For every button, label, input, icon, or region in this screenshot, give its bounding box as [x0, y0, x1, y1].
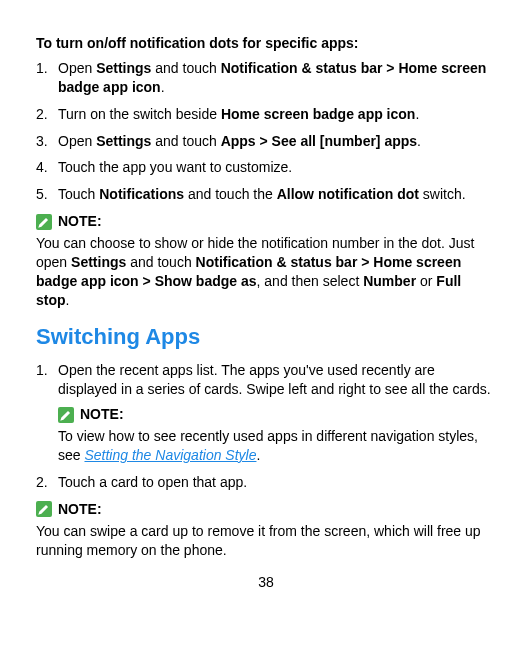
- text: and touch the: [184, 186, 277, 202]
- list-item: 3. Open Settings and touch Apps > See al…: [36, 132, 496, 151]
- text: and touch: [151, 60, 220, 76]
- list-number: 2.: [36, 105, 48, 124]
- list-item: 1. Open the recent apps list. The apps y…: [36, 361, 496, 464]
- text: .: [161, 79, 165, 95]
- list-number: 5.: [36, 185, 48, 204]
- list-item: 1. Open Settings and touch Notification …: [36, 59, 496, 97]
- pencil-icon: [58, 407, 74, 423]
- list-number: 1.: [36, 361, 48, 380]
- text: Touch the app you want to customize.: [58, 159, 292, 175]
- text: .: [417, 133, 421, 149]
- list-item: 2. Turn on the switch beside Home screen…: [36, 105, 496, 124]
- text: switch.: [419, 186, 466, 202]
- text: or: [416, 273, 436, 289]
- ordered-list-2: 1. Open the recent apps list. The apps y…: [36, 361, 496, 491]
- note-body: You can choose to show or hide the notif…: [36, 234, 496, 310]
- text-bold: Settings: [96, 60, 151, 76]
- pencil-icon: [36, 214, 52, 230]
- text-bold: Settings: [96, 133, 151, 149]
- page-number: 38: [36, 573, 496, 592]
- note-body: You can swipe a card up to remove it fro…: [36, 522, 496, 560]
- note-header: NOTE:: [58, 405, 496, 424]
- text-bold: Number: [363, 273, 416, 289]
- text: Open the recent apps list. The apps you'…: [58, 362, 491, 397]
- list-item: 5. Touch Notifications and touch the All…: [36, 185, 496, 204]
- list-item: 4. Touch the app you want to customize.: [36, 158, 496, 177]
- list-number: 4.: [36, 158, 48, 177]
- list-number: 2.: [36, 473, 48, 492]
- text-bold: Allow notification dot: [277, 186, 419, 202]
- text: .: [66, 292, 70, 308]
- text: .: [415, 106, 419, 122]
- text: Turn on the switch beside: [58, 106, 221, 122]
- note-label: NOTE:: [58, 500, 102, 519]
- text-bold: Home screen badge app icon: [221, 106, 416, 122]
- note-body: To view how to see recently used apps in…: [58, 427, 496, 465]
- text-bold: Notifications: [99, 186, 184, 202]
- text: Touch: [58, 186, 99, 202]
- section-heading: To turn on/off notification dots for spe…: [36, 34, 496, 53]
- note-label: NOTE:: [58, 212, 102, 231]
- note-label: NOTE:: [80, 405, 124, 424]
- text: Touch a card to open that app.: [58, 474, 247, 490]
- text: Open: [58, 60, 96, 76]
- text: and touch: [151, 133, 220, 149]
- list-number: 3.: [36, 132, 48, 151]
- text-bold: Apps > See all [number] apps: [221, 133, 417, 149]
- text: .: [256, 447, 260, 463]
- link-setting-navigation-style[interactable]: Setting the Navigation Style: [84, 447, 256, 463]
- text: , and then select: [257, 273, 364, 289]
- ordered-list-1: 1. Open Settings and touch Notification …: [36, 59, 496, 204]
- note-header: NOTE:: [36, 212, 496, 231]
- section-title: Switching Apps: [36, 322, 496, 352]
- note-header: NOTE:: [36, 500, 496, 519]
- text: and touch: [126, 254, 195, 270]
- text-bold: Settings: [71, 254, 126, 270]
- pencil-icon: [36, 501, 52, 517]
- text: Open: [58, 133, 96, 149]
- list-number: 1.: [36, 59, 48, 78]
- list-item: 2. Touch a card to open that app.: [36, 473, 496, 492]
